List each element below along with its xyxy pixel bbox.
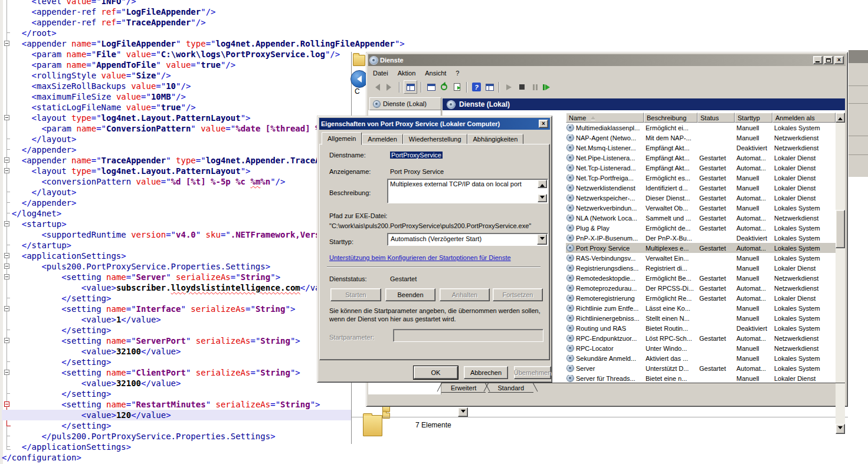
startoptions-help-link[interactable]: Unterstützung beim Konfigurieren der Sta… (329, 254, 511, 261)
column-header-starttyp[interactable]: Starttyp (735, 113, 772, 123)
dialog-tabs: AllgemeinAnmeldenWiederherstellungAbhäng… (322, 131, 523, 144)
service-cell: Ermöglicht Re... (644, 295, 697, 302)
service-cell: Gestartet (697, 365, 735, 372)
xml-editor[interactable]: <level value="INFO"/> <appender-ref ref=… (0, 0, 354, 464)
folder-icon (353, 55, 365, 66)
refresh-button[interactable] (438, 81, 450, 93)
button-ok[interactable]: OK (414, 366, 458, 379)
close-button[interactable]: × (834, 56, 844, 64)
service-row[interactable]: Net.Pipe-Listenera...Empfängt Akt...Gest… (566, 153, 836, 163)
restart-service-button[interactable] (542, 81, 553, 93)
column-header-beschreibung[interactable]: Beschreibung (644, 113, 697, 123)
service-row[interactable]: RPC-LocatorUnter Windo...ManuellNetzwerk… (566, 343, 836, 353)
service-cell: Dieser Dienst... (644, 195, 697, 202)
service-cell: Lokales System (772, 124, 836, 131)
code-line: <conversionPattern value="%d [%t] %-5p %… (2, 176, 351, 187)
properties-button[interactable] (425, 81, 437, 93)
service-row[interactable]: RemoteregistrierungErmöglicht Re...Gesta… (566, 293, 836, 303)
service-row[interactable]: PnP-X-IP-Busenum...Der PnP-X-Bu...Deakti… (566, 233, 836, 243)
minimize-button[interactable] (813, 56, 823, 64)
restart-icon (543, 84, 553, 90)
service-row[interactable]: Plug & PlayErmöglicht de...GestartetAuto… (566, 223, 836, 233)
scroll-down-button[interactable] (836, 424, 845, 434)
dienstname-value[interactable]: PortProxyService (390, 152, 443, 159)
back-icon (372, 84, 380, 91)
tab-wiederherstellung[interactable]: Wiederherstellung (403, 134, 467, 144)
service-name-cell: Server (566, 365, 644, 372)
code-line: <value>120</value> (2, 410, 351, 420)
scope-tab-dienste-lokal[interactable]: Dienste (Lokal) (369, 97, 441, 110)
service-cell: Lokales System (772, 225, 836, 232)
scrollbar-thumb[interactable] (836, 210, 845, 248)
tab-abhängigkeiten[interactable]: Abhängigkeiten (467, 134, 524, 144)
service-name-cell: Net.Msmq-Listener... (566, 144, 644, 152)
service-row[interactable]: NetzwerklistendienstIdentifiziert d...Ge… (566, 183, 836, 193)
service-row[interactable]: ServerUnterstützt D...GestartetAutomat..… (566, 363, 836, 373)
service-gear-icon (567, 154, 574, 161)
help-button[interactable]: ? (471, 81, 482, 93)
menu-item-datei[interactable]: Datei (368, 68, 393, 78)
forward-button[interactable] (384, 81, 395, 93)
services-titlebar[interactable]: Dienste × (368, 54, 846, 66)
service-row[interactable]: Netzwerkverbindun...Verwaltet Ob...Gesta… (566, 203, 836, 213)
service-row[interactable]: Net.Tcp-Portfreiga...Ermöglicht es...Ges… (566, 173, 836, 183)
combo-dropdown-button[interactable] (537, 234, 547, 245)
service-gear-icon (567, 124, 574, 131)
view-tab-standard[interactable]: Standard (488, 383, 533, 393)
button-starten: Starten (330, 288, 381, 301)
column-header-anmeldenals[interactable]: Anmelden als (772, 113, 836, 123)
beschreibung-textarea[interactable]: Multiplexes external TCP/IP data on loca… (387, 179, 548, 203)
stop-service-button[interactable] (516, 81, 528, 93)
starttyp-combobox[interactable]: Automatisch (Verzögerter Start) (387, 233, 548, 246)
service-row[interactable]: Netzwerkspeicher-...Dieser Dienst...Gest… (566, 193, 836, 203)
taskpad-button[interactable] (484, 81, 495, 93)
close-button[interactable]: × (539, 120, 548, 128)
back-button[interactable] (371, 81, 382, 93)
service-cell: Lokales System (772, 245, 836, 252)
service-row[interactable]: Registrierungsdiens...Registriert di...M… (566, 263, 836, 273)
scroll-down-button[interactable] (538, 194, 547, 202)
scroll-up-button[interactable] (538, 180, 547, 188)
screen: <level value="INFO"/> <appender-ref ref=… (0, 0, 868, 464)
column-header-name[interactable]: Name (566, 113, 644, 123)
service-row[interactable]: Port Proxy ServiceMultiplexes e...Gestar… (566, 243, 836, 253)
tab-anmelden[interactable]: Anmelden (362, 134, 403, 144)
service-row[interactable]: NLA (Network Loca...Sammelt und ...Gesta… (566, 213, 836, 223)
service-row[interactable]: Net.Tcp-Listenerad...Empfängt Akt...Gest… (566, 163, 836, 173)
dialog-bottom-buttons: OKAbbrechenÜbernehmen (317, 366, 553, 379)
service-row[interactable]: Sekundäre Anmeld...Aktiviert das ...Manu… (566, 353, 836, 363)
service-row[interactable]: Richtlinienergebniss...Stellt einen N...… (566, 313, 836, 323)
menu-item-help[interactable]: ? (451, 68, 464, 78)
column-header-status[interactable]: Status (697, 113, 735, 123)
button-beenden[interactable]: Beenden (385, 288, 435, 301)
code-line: <startup> (2, 219, 351, 229)
button-abbrechen[interactable]: Abbrechen (464, 366, 508, 379)
tab-allgemein[interactable]: Allgemein (322, 132, 362, 145)
service-row[interactable]: NAP-Agent (Netwo...Mit dem NAP-...Manuel… (566, 133, 836, 143)
service-row[interactable]: Remotedesktopdie...Ermöglicht Be...Gesta… (566, 273, 836, 283)
export-list-button[interactable] (451, 81, 463, 93)
view-tab-erweitert[interactable]: Erweitert (441, 383, 486, 393)
service-row[interactable]: Remoteprozedurau...Der RPCSS-Di...Gestar… (566, 283, 836, 293)
service-row[interactable]: Routing und RASBietet Routin...Deaktivie… (566, 323, 836, 333)
help-icon: ? (472, 83, 481, 91)
maximize-button[interactable] (824, 56, 833, 64)
scroll-up-button[interactable] (836, 113, 845, 123)
service-cell: Lokales System (772, 325, 836, 332)
service-row[interactable]: Net.Msmq-Listener...Empfängt Akt...Deakt… (566, 143, 836, 153)
menu-item-ansicht[interactable]: Ansicht (420, 68, 451, 78)
service-row[interactable]: Multimediaklassenpl...Ermöglicht ei...Ma… (566, 123, 836, 133)
toolbar-separator (421, 82, 422, 93)
code-area[interactable]: <level value="INFO"/> <appender-ref ref=… (2, 0, 351, 463)
dropdown-button[interactable] (458, 407, 468, 417)
dialog-titlebar[interactable]: Eigenschaften von Port Proxy Service (Lo… (319, 118, 550, 130)
service-cell: Lokaler Dienst (772, 164, 836, 172)
service-cell: Empfängt Akt... (644, 154, 697, 162)
show-console-tree-button[interactable] (404, 80, 417, 94)
service-row[interactable]: RPC-Endpunktzuor...Löst RPC-Sch...Gestar… (566, 333, 836, 343)
menu-item-aktion[interactable]: Aktion (393, 68, 421, 78)
service-row[interactable]: Server für Threads...Bietet eine n...Man… (566, 373, 836, 383)
service-row[interactable]: RAS-Verbindungsv...Verwaltet Ein...Manue… (566, 253, 836, 263)
tab-page-allgemein (319, 144, 550, 360)
service-row[interactable]: Richtlinie zum Entfe...Lässt eine Ko...M… (566, 303, 836, 313)
